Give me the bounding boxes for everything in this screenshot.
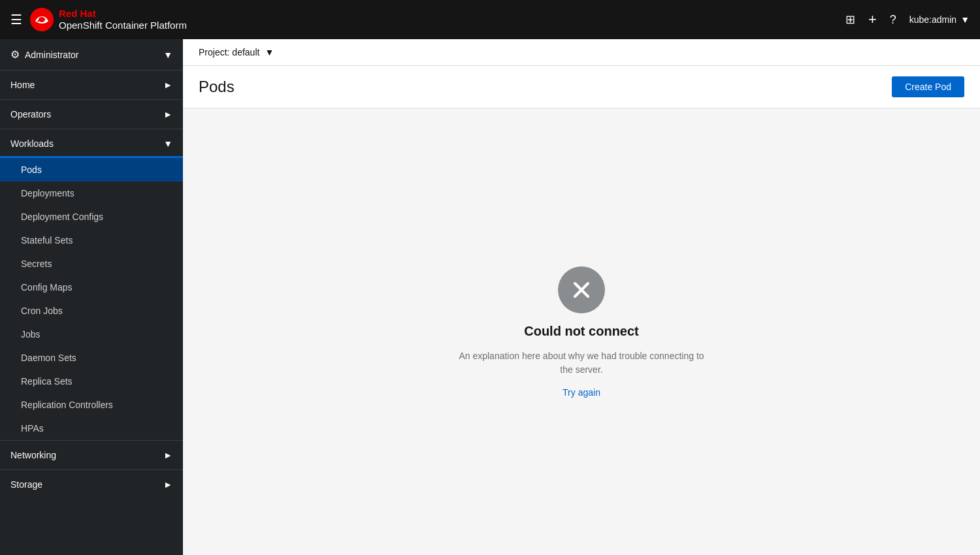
create-pod-button[interactable]: Create Pod [892, 76, 964, 97]
help-icon[interactable]: ? [890, 13, 896, 27]
redhat-logo-icon [30, 8, 54, 31]
operators-chevron-icon: ► [163, 109, 172, 119]
brand-product: OpenShift Container Platform [59, 20, 187, 31]
storage-label: Storage [10, 479, 42, 490]
sidebar-item-pods[interactable]: Pods [0, 158, 183, 182]
project-chevron-icon: ▼ [265, 47, 274, 57]
sidebar-item-stateful-sets[interactable]: Stateful Sets [0, 229, 183, 252]
sidebar-item-deployment-configs[interactable]: Deployment Configs [0, 205, 183, 229]
project-label: Project: default [199, 47, 259, 57]
networking-chevron-icon: ► [163, 450, 172, 460]
sidebar-role-label: Administrator [25, 50, 78, 60]
gear-icon: ⚙ [10, 48, 20, 61]
sidebar-item-workloads[interactable]: Workloads ▼ [0, 129, 183, 158]
page-title: Pods [199, 78, 235, 96]
user-menu-chevron-icon: ▼ [960, 14, 970, 25]
user-menu[interactable]: kube:admin ▼ [909, 14, 970, 25]
sidebar-item-operators[interactable]: Operators ► [0, 100, 183, 129]
sidebar-item-storage[interactable]: Storage ► [0, 470, 183, 499]
error-description: An explanation here about why we had tro… [457, 349, 706, 377]
brand-logo: Red Hat OpenShift Container Platform [30, 8, 187, 31]
sidebar-item-deployments[interactable]: Deployments [0, 182, 183, 205]
apps-grid-icon[interactable]: ⊞ [845, 12, 855, 27]
error-title: Could not connect [524, 324, 639, 339]
try-again-link[interactable]: Try again [563, 387, 600, 398]
workloads-chevron-icon: ▼ [163, 138, 172, 149]
add-icon[interactable]: + [868, 11, 877, 28]
top-navigation: ☰ Red Hat OpenShift Container Platform ⊞… [0, 0, 980, 39]
error-state: Could not connect An explanation here ab… [457, 266, 706, 398]
sidebar-item-jobs[interactable]: Jobs [0, 323, 183, 346]
project-bar: Project: default ▼ [183, 39, 980, 66]
brand-text: Red Hat OpenShift Container Platform [59, 8, 187, 31]
storage-chevron-icon: ► [163, 479, 172, 490]
workloads-label: Workloads [10, 138, 54, 149]
error-x-icon [568, 277, 595, 303]
content-area: Project: default ▼ Pods Create Pod Could… [183, 39, 980, 555]
error-icon-circle [558, 266, 605, 313]
brand-redhat: Red Hat [59, 8, 187, 20]
sidebar-item-secrets[interactable]: Secrets [0, 252, 183, 276]
user-label: kube:admin [909, 14, 956, 25]
sidebar-item-cron-jobs[interactable]: Cron Jobs [0, 299, 183, 323]
sidebar-item-home[interactable]: Home ► [0, 71, 183, 99]
sidebar-item-replica-sets[interactable]: Replica Sets [0, 370, 183, 393]
operators-label: Operators [10, 109, 51, 119]
project-selector[interactable]: Project: default ▼ [199, 47, 274, 57]
sidebar-item-replication-controllers[interactable]: Replication Controllers [0, 393, 183, 417]
sidebar-item-hpas[interactable]: HPAs [0, 417, 183, 440]
page-header: Pods Create Pod [183, 66, 980, 108]
sidebar-item-config-maps[interactable]: Config Maps [0, 276, 183, 299]
hamburger-menu-icon[interactable]: ☰ [10, 12, 22, 27]
main-content: Could not connect An explanation here ab… [183, 108, 980, 555]
role-chevron-icon: ▼ [163, 50, 172, 60]
sidebar-item-daemon-sets[interactable]: Daemon Sets [0, 346, 183, 370]
sidebar-item-networking[interactable]: Networking ► [0, 441, 183, 469]
sidebar-role-selector[interactable]: ⚙ Administrator ▼ [0, 39, 183, 70]
svg-point-1 [39, 17, 45, 22]
home-chevron-icon: ► [163, 80, 172, 90]
home-label: Home [10, 80, 35, 90]
networking-label: Networking [10, 450, 56, 460]
sidebar: ⚙ Administrator ▼ Home ► Operators ► Wor… [0, 39, 183, 555]
